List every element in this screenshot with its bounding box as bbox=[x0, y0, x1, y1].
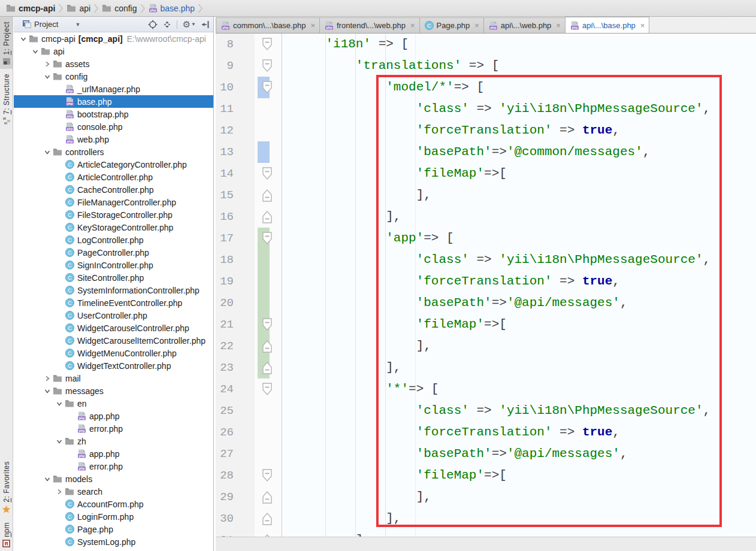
tree-row[interactable]: CFileManagerController.php bbox=[14, 196, 213, 208]
tree-row[interactable]: phperror.php bbox=[14, 460, 213, 473]
tree-row-label: models bbox=[65, 474, 92, 484]
tree-row[interactable]: CPage.php bbox=[14, 523, 213, 535]
tree-row[interactable]: CWidgetTextController.php bbox=[14, 359, 213, 372]
chevron-down-icon[interactable] bbox=[43, 387, 52, 395]
tree-row[interactable]: CArticleCategoryController.php bbox=[14, 158, 213, 171]
tree-row[interactable]: controllers bbox=[14, 146, 213, 158]
tree-row[interactable]: phpapp.php bbox=[14, 447, 213, 460]
tree-row[interactable]: search bbox=[14, 485, 213, 498]
tree-row[interactable]: CWidgetCarouselItemController.php bbox=[14, 334, 213, 347]
fold-end-icon[interactable] bbox=[261, 210, 273, 224]
chevron-down-icon[interactable] bbox=[43, 476, 52, 483]
tree-row[interactable]: phpconsole.php bbox=[14, 120, 213, 133]
tree-row[interactable]: CLogController.php bbox=[14, 234, 213, 246]
collapse-all-icon[interactable] bbox=[163, 20, 171, 29]
editor-tab[interactable]: CPage.php× bbox=[419, 17, 484, 33]
tab-close-icon[interactable]: × bbox=[640, 21, 645, 30]
editor-tab[interactable]: phpfrontend\...\web.php× bbox=[319, 17, 420, 33]
tree-row[interactable]: php_urlManager.php bbox=[14, 83, 213, 95]
horizontal-scrollbar[interactable] bbox=[216, 537, 756, 551]
tree-row[interactable]: config bbox=[14, 70, 213, 83]
tree-row[interactable]: cmcp-api[cmcp_api]E:\wwwroot\cmcp-api bbox=[14, 32, 213, 45]
code-line[interactable]: 9 'translations' => [ bbox=[216, 55, 756, 77]
tree-row[interactable]: CWidgetMenuController.php bbox=[14, 347, 213, 359]
tree-row-label: base.php bbox=[77, 97, 112, 107]
tree-row[interactable]: phperror.php bbox=[14, 422, 213, 435]
chevron-down-icon[interactable] bbox=[55, 438, 64, 445]
tree-row[interactable]: mail bbox=[14, 372, 213, 385]
stripe-button----project[interactable]: 1: Project bbox=[0, 17, 13, 69]
tree-row[interactable]: CTimelineEventController.php bbox=[14, 296, 213, 309]
breadcrumb: cmcp-apiapiconfigphpbase.php bbox=[0, 0, 756, 17]
fold-end-icon[interactable] bbox=[261, 361, 273, 375]
annotation-box bbox=[376, 75, 722, 527]
chevron-down-icon[interactable] bbox=[43, 149, 52, 156]
fold-end-icon[interactable] bbox=[261, 339, 273, 353]
chevron-down-icon[interactable] bbox=[43, 73, 52, 80]
code-line[interactable]: 8 'i18n' => [ bbox=[216, 34, 756, 55]
tab-close-icon[interactable]: × bbox=[474, 21, 479, 30]
project-panel-title[interactable]: Project bbox=[34, 20, 58, 29]
tree-row[interactable]: CFileStorageController.php bbox=[14, 208, 213, 221]
settings-gear-icon[interactable]: ⚙▼ bbox=[183, 19, 196, 30]
tree-row[interactable]: CSiteController.php bbox=[14, 271, 213, 284]
editor-tab[interactable]: phpcommon\...\base.php× bbox=[216, 17, 320, 33]
tree-row[interactable]: messages bbox=[14, 385, 213, 397]
chevron-right-icon[interactable] bbox=[55, 488, 64, 495]
fold-start-icon[interactable] bbox=[261, 166, 273, 181]
tree-row[interactable]: phpapp.php bbox=[14, 410, 213, 422]
editor-tab[interactable]: phpapi\...\base.php× bbox=[565, 17, 650, 33]
locate-icon[interactable] bbox=[148, 20, 158, 29]
tree-row[interactable]: CKeyStorageController.php bbox=[14, 221, 213, 234]
tree-row[interactable]: CSystemInformationController.php bbox=[14, 284, 213, 296]
fold-end-icon[interactable] bbox=[261, 511, 273, 526]
class-icon: C bbox=[64, 349, 75, 358]
breadcrumb-item[interactable]: cmcp-api bbox=[5, 4, 56, 13]
fold-start-icon[interactable] bbox=[261, 80, 273, 95]
project-dropdown-caret-icon[interactable]: ▼ bbox=[75, 22, 80, 28]
chevron-down-icon[interactable] bbox=[19, 35, 28, 43]
tree-row[interactable]: CSignInController.php bbox=[14, 259, 213, 271]
chevron-right-icon[interactable] bbox=[43, 375, 52, 382]
tree-row[interactable]: CSystemLog.php bbox=[14, 535, 213, 548]
tree-row[interactable]: zh bbox=[14, 435, 213, 447]
code-area[interactable]: 8 'i18n' => [9 'translations' => [10 'mo… bbox=[216, 34, 756, 551]
tree-row[interactable]: phpweb.php bbox=[14, 133, 213, 146]
stripe-button-npm[interactable]: npm bbox=[0, 517, 13, 551]
fold-start-icon[interactable] bbox=[261, 468, 273, 483]
breadcrumb-item[interactable]: api bbox=[65, 4, 92, 13]
stripe-button----structure[interactable]: 7: Structure bbox=[0, 69, 13, 128]
hide-panel-icon[interactable] bbox=[201, 20, 210, 29]
tree-row[interactable]: en bbox=[14, 397, 213, 410]
tree-row[interactable]: CCacheController.php bbox=[14, 183, 213, 196]
tree-row[interactable]: CArticleController.php bbox=[14, 171, 213, 183]
fold-end-icon[interactable] bbox=[261, 188, 273, 202]
tree-row[interactable]: assets bbox=[14, 57, 213, 70]
tree-row[interactable]: CLoginForm.php bbox=[14, 510, 213, 523]
tab-close-icon[interactable]: × bbox=[310, 21, 315, 30]
chevron-right-icon[interactable] bbox=[43, 60, 52, 68]
tab-close-icon[interactable]: × bbox=[410, 21, 415, 30]
fold-start-icon[interactable] bbox=[261, 317, 273, 332]
breadcrumb-item[interactable]: phpbase.php bbox=[147, 4, 196, 13]
tree-row[interactable]: models bbox=[14, 473, 213, 485]
tab-close-icon[interactable]: × bbox=[556, 21, 561, 30]
tree-row[interactable]: CAccountForm.php bbox=[14, 498, 213, 510]
chevron-down-icon[interactable] bbox=[55, 400, 64, 407]
tree-row[interactable]: CUserController.php bbox=[14, 309, 213, 322]
tree-row[interactable]: CPageController.php bbox=[14, 246, 213, 259]
fold-start-icon[interactable] bbox=[261, 59, 273, 73]
editor-tab[interactable]: phpapi\...\web.php× bbox=[483, 17, 566, 33]
fold-end-icon[interactable] bbox=[261, 490, 273, 504]
stripe-button----favorites[interactable]: 2: Favorites bbox=[0, 456, 13, 517]
tree-row[interactable]: CWidgetCarouselController.php bbox=[14, 322, 213, 334]
tree-row[interactable]: phpbase.php bbox=[14, 95, 213, 108]
fold-start-icon[interactable] bbox=[261, 37, 273, 52]
chevron-down-icon[interactable] bbox=[31, 48, 40, 55]
breadcrumb-item[interactable]: config bbox=[101, 4, 138, 13]
tree-row[interactable]: phpbootstrap.php bbox=[14, 108, 213, 120]
class-icon: C bbox=[64, 525, 75, 534]
tree-row[interactable]: api bbox=[14, 45, 213, 57]
fold-start-icon[interactable] bbox=[261, 382, 273, 396]
fold-start-icon[interactable] bbox=[261, 231, 273, 246]
